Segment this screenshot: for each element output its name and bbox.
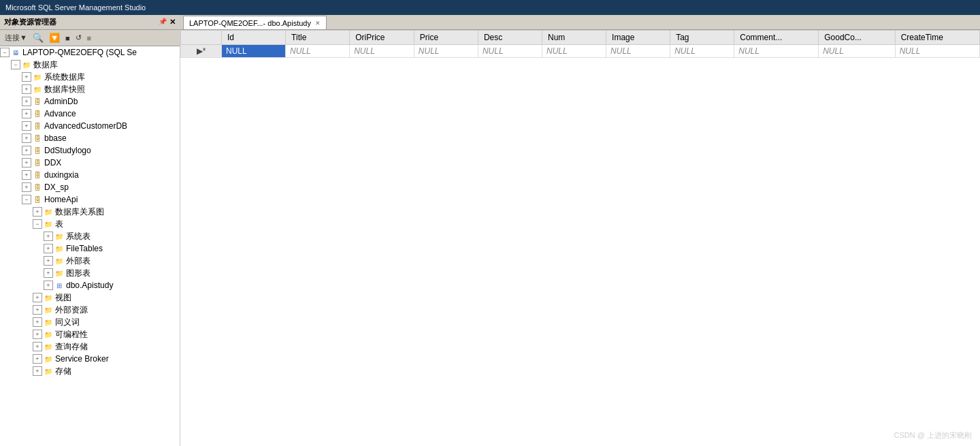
expand-icon[interactable]: + [33, 305, 42, 315]
tree-item-systables[interactable]: +📁系统表 [0, 230, 180, 242]
table-cell[interactable]: NULL [542, 45, 606, 58]
tree-item-synonyms[interactable]: +📁同义词 [0, 316, 180, 328]
tree-item-exttables[interactable]: +📁外部表 [0, 255, 180, 267]
col-header[interactable]: Desc [478, 31, 542, 45]
expand-icon[interactable]: + [33, 354, 42, 364]
tree-item-views[interactable]: +📁视图 [0, 291, 180, 304]
tree-item-advancedcustomer[interactable]: +🗄AdvancedCustomerDB [0, 120, 180, 132]
expand-icon[interactable]: + [33, 342, 42, 351]
data-grid-container[interactable]: IdTitleOriPricePriceDescNumImageTagComme… [180, 30, 980, 446]
object-explorer-header: 对象资源管理器 📌 ✕ [0, 15, 180, 30]
tree-item-programmability[interactable]: +📁可编程性 [0, 328, 180, 340]
expand-icon[interactable]: + [44, 256, 53, 266]
tree-label: 存储 [54, 366, 71, 377]
table-cell[interactable]: NULL [606, 45, 670, 58]
tree-item-bbase[interactable]: +🗄bbase [0, 132, 180, 144]
tree-item-dbdiagram[interactable]: +📁数据库关系图 [0, 206, 180, 218]
tree-item-servicebroker[interactable]: +📁Service Broker [0, 353, 180, 365]
expand-icon[interactable]: − [22, 195, 31, 204]
tree-item-server[interactable]: −🖥LAPTOP-QME2OEFQ (SQL Se [0, 46, 180, 59]
expand-icon[interactable]: + [22, 158, 31, 168]
expand-icon[interactable]: + [33, 366, 42, 376]
expand-icon[interactable]: − [0, 48, 10, 57]
tree-item-ddstudylogo[interactable]: +🗄DdStudylogo [0, 144, 180, 157]
expand-icon[interactable]: + [22, 97, 31, 106]
db-icon: 🗄 [32, 97, 43, 106]
filter-button[interactable]: 🔍 [31, 31, 46, 44]
col-header[interactable]: OriPrice [350, 31, 414, 45]
expand-icon[interactable]: + [22, 182, 31, 192]
col-header[interactable]: Price [414, 31, 478, 45]
close-panel-icon[interactable]: ✕ [169, 18, 176, 27]
expand-icon[interactable]: + [33, 317, 42, 327]
expand-icon[interactable]: + [22, 84, 31, 94]
col-header[interactable]: Num [542, 31, 606, 45]
expand-icon[interactable]: + [44, 244, 53, 253]
expand-icon[interactable]: + [22, 121, 31, 131]
tree-label: 外部资源 [54, 304, 88, 316]
expand-icon[interactable]: + [22, 133, 31, 143]
expand-icon[interactable]: + [44, 268, 53, 278]
table-cell[interactable]: NULL [734, 45, 819, 58]
title-text: Microsoft SQL Server Management Studio [5, 3, 146, 12]
db-icon: 🗄 [32, 121, 43, 131]
tree-item-duxingxia[interactable]: +🗄duxingxia [0, 169, 180, 181]
col-header[interactable]: Title [286, 31, 350, 45]
col-header[interactable]: Id [222, 31, 286, 45]
tree-item-querycache[interactable]: +📁查询存储 [0, 340, 180, 353]
title-bar: Microsoft SQL Server Management Studio [0, 0, 980, 15]
tree-item-advance[interactable]: +🗄Advance [0, 108, 180, 120]
tree-item-graphtables[interactable]: +📁图形表 [0, 267, 180, 279]
table-cell[interactable]: NULL [819, 45, 895, 58]
expand-icon[interactable]: + [22, 170, 31, 180]
tree-item-admindb[interactable]: +🗄AdminDb [0, 95, 180, 108]
refresh-button[interactable]: ↺ [74, 32, 84, 44]
tree-item-databases[interactable]: −📁数据库 [0, 59, 180, 71]
col-header[interactable]: Image [606, 31, 670, 45]
pin-icon[interactable]: 📌 [159, 18, 167, 27]
col-header[interactable]: CreateTime [895, 31, 979, 45]
table-cell[interactable]: NULL [286, 45, 350, 58]
table-cell[interactable]: NULL [222, 45, 286, 58]
expand-icon[interactable]: + [44, 281, 53, 290]
expand-icon[interactable]: + [33, 207, 42, 217]
tree-item-tables[interactable]: −📁表 [0, 218, 180, 230]
tree-item-apistudy[interactable]: +⊞dbo.Apistudy [0, 279, 180, 291]
table-cell[interactable]: NULL [478, 45, 542, 58]
table-cell[interactable]: NULL [670, 45, 734, 58]
tree-item-snapshot[interactable]: +📁数据库快照 [0, 83, 180, 95]
tree-item-ddx[interactable]: +🗄DDX [0, 157, 180, 169]
folder-icon: 📁 [43, 354, 54, 364]
col-header[interactable]: GoodCo... [819, 31, 895, 45]
filter2-button[interactable]: 🔽 [47, 31, 62, 44]
expand-icon[interactable]: + [22, 146, 31, 155]
expand-icon[interactable]: − [33, 219, 42, 229]
table-cell[interactable]: NULL [895, 45, 979, 58]
tree-item-dxsp[interactable]: +🗄DX_sp [0, 181, 180, 193]
tree-item-homeapi[interactable]: −🗄HomeApi [0, 193, 180, 206]
summary-button[interactable]: ≡ [85, 33, 93, 44]
connect-button[interactable]: 连接▼ [3, 31, 29, 44]
tab-tab1[interactable]: LAPTOP-QME2OEF...- dbo.Apistudy✕ [183, 16, 327, 29]
server-icon: 🖥 [10, 48, 21, 57]
expand-icon[interactable]: + [33, 330, 42, 339]
tree-item-extsources[interactable]: +📁外部资源 [0, 304, 180, 316]
tree-label: HomeApi [43, 195, 78, 204]
tree-item-storage[interactable]: +📁存储 [0, 365, 180, 377]
table-icon: ⊞ [54, 281, 65, 290]
stop-button[interactable]: ■ [63, 33, 72, 44]
expand-icon[interactable]: − [11, 60, 20, 69]
col-header[interactable]: Tag [670, 31, 734, 45]
table-cell[interactable]: NULL [350, 45, 414, 58]
tree-item-systemdb[interactable]: +📁系统数据库 [0, 71, 180, 83]
col-header[interactable]: Comment... [734, 31, 819, 45]
tree-item-filetables[interactable]: +📁FileTables [0, 242, 180, 255]
table-cell[interactable]: NULL [414, 45, 478, 58]
expand-icon[interactable]: + [22, 72, 31, 82]
expand-icon[interactable]: + [33, 293, 42, 302]
tab-close-icon[interactable]: ✕ [315, 20, 321, 27]
object-explorer-tree: −🖥LAPTOP-QME2OEFQ (SQL Se−📁数据库+📁系统数据库+📁数… [0, 46, 180, 446]
db-icon: 🗄 [32, 109, 43, 118]
expand-icon[interactable]: + [44, 232, 53, 241]
expand-icon[interactable]: + [22, 109, 31, 118]
